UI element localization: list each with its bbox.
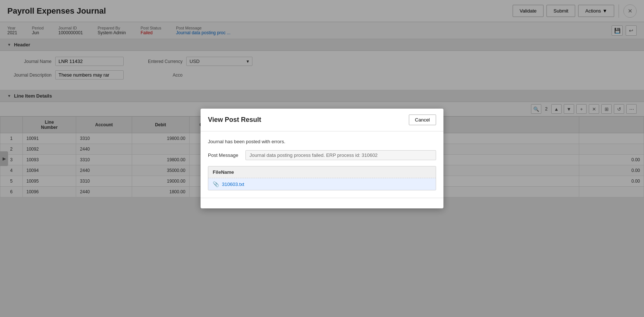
modal-header: View Post Result Cancel bbox=[201, 109, 443, 131]
post-message-value: Journal data posting process failed. ERP… bbox=[245, 150, 436, 160]
modal-title: View Post Result bbox=[208, 116, 261, 124]
modal-overlay: View Post Result Cancel Journal has been… bbox=[0, 0, 644, 197]
filename-table: FileName 📎 310603.txt bbox=[208, 166, 436, 190]
modal-dialog: View Post Result Cancel Journal has been… bbox=[201, 109, 443, 197]
clip-icon: 📎 bbox=[213, 181, 219, 187]
modal-body: Journal has been posted with errors. Pos… bbox=[201, 131, 443, 197]
post-message-label: Post Message bbox=[208, 152, 241, 158]
file-link[interactable]: 310603.txt bbox=[222, 182, 244, 187]
filename-row: 📎 310603.txt bbox=[208, 178, 436, 190]
filename-table-header: FileName bbox=[208, 166, 436, 178]
post-message-row: Post Message Journal data posting proces… bbox=[208, 150, 436, 160]
modal-cancel-button[interactable]: Cancel bbox=[409, 115, 436, 125]
modal-message: Journal has been posted with errors. bbox=[208, 139, 436, 144]
